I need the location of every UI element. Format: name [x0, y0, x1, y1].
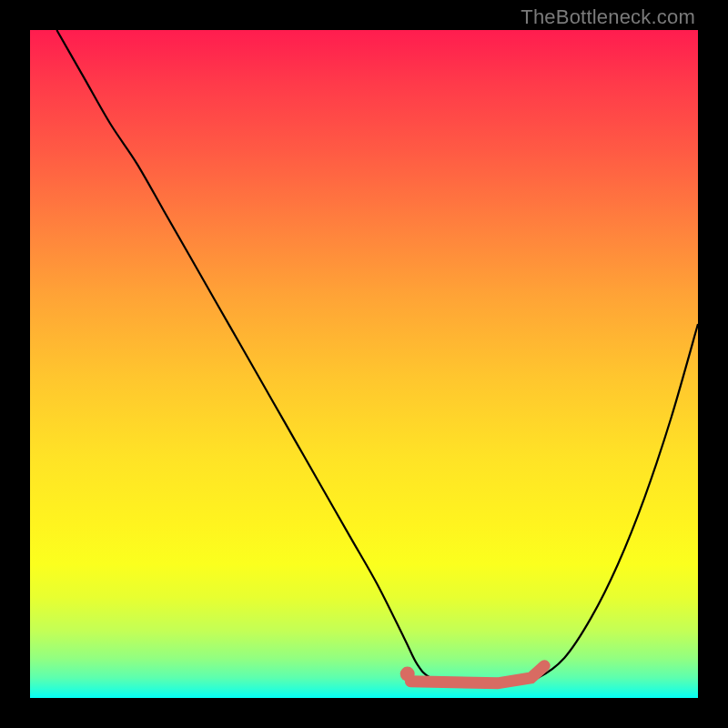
watermark-text: TheBottleneck.com — [521, 5, 695, 29]
bottleneck-curve — [56, 30, 698, 685]
chart-frame: TheBottleneck.com — [0, 0, 728, 728]
curve-layer — [30, 30, 698, 698]
optimal-range-marker — [410, 666, 544, 683]
plot-area — [30, 30, 698, 698]
optimal-start-dot — [400, 667, 415, 682]
